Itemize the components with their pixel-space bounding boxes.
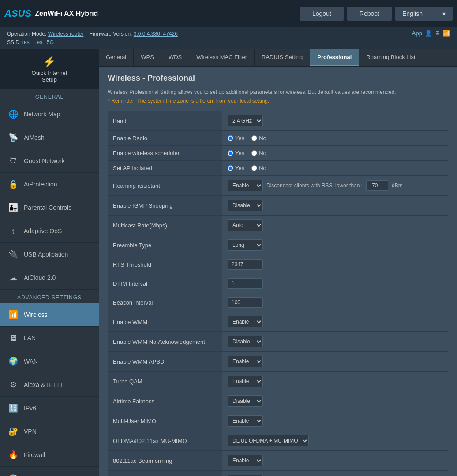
- input-dtim-interval[interactable]: [228, 278, 263, 289]
- setting-control-airtime-fairness: EnableDisable: [222, 391, 448, 411]
- network-map-label: Network Map: [24, 111, 60, 118]
- tab-professional[interactable]: Professional: [310, 49, 359, 66]
- tab-wps[interactable]: WPS: [134, 49, 161, 66]
- sidebar-item-usb-application[interactable]: 🔌 USB Application: [0, 243, 99, 266]
- ipv6-icon: 🔢: [7, 402, 19, 414]
- language-selector[interactable]: English ▾: [395, 7, 453, 21]
- sidebar-item-parental-controls[interactable]: 👨‍👧 Parental Controls: [0, 196, 99, 219]
- vpn-label: VPN: [24, 428, 37, 435]
- general-section-label: General: [0, 89, 99, 103]
- logo-area: ASUS ZenWiFi AX Hybrid: [4, 8, 98, 19]
- top-bar: ASUS ZenWiFi AX Hybrid Logout Reboot Eng…: [0, 0, 457, 27]
- sidebar-item-aiprotection[interactable]: 🔒 AiProtection: [0, 173, 99, 196]
- select-preamble-type[interactable]: LongShort: [228, 239, 263, 251]
- alexa-icon: ⚙: [7, 379, 19, 391]
- select-wmm-no-ack[interactable]: EnableDisable: [228, 336, 263, 347]
- setting-control-ofdma-mu-mimo: DL/UL OFDMA + MU-MIMODisable: [222, 431, 448, 451]
- setting-control-ap-isolated: YesNo: [222, 161, 448, 176]
- select-roaming-assistant[interactable]: EnableDisable: [228, 180, 263, 191]
- select-wmm-apsd[interactable]: EnableDisable: [228, 356, 263, 367]
- radio-ap-isolated-yes[interactable]: [228, 165, 233, 171]
- select-enable-wmm[interactable]: EnableDisable: [228, 316, 263, 327]
- setting-label-mu-mimo: Multi-User MIMO: [108, 411, 222, 431]
- tab-mac-filter[interactable]: Wireless MAC Filter: [189, 49, 255, 66]
- setting-row-wireless-scheduler: Enable wireless schedulerYesNo: [108, 146, 448, 161]
- input-beacon-interval[interactable]: [228, 297, 263, 308]
- setting-row-ap-isolated: Set AP IsolatedYesNo: [108, 161, 448, 176]
- setting-label-beacon-interval: Beacon Interval: [108, 293, 222, 312]
- setting-control-preamble-type: LongShort: [222, 235, 448, 255]
- setting-control-beacon-interval: [222, 293, 448, 312]
- page-content: Wireless - Professional Wireless Profess…: [99, 67, 457, 476]
- select-beamforming-ac[interactable]: EnableDisable: [228, 455, 263, 466]
- sidebar-item-adaptive-qos[interactable]: ↕ Adaptive QoS: [0, 219, 99, 243]
- tab-wds[interactable]: WDS: [161, 49, 189, 66]
- guest-network-icon: 🛡: [7, 155, 19, 167]
- sidebar-item-alexa[interactable]: ⚙ Alexa & IFTTT: [0, 373, 99, 397]
- operation-mode-label: Operation Mode:: [7, 31, 46, 37]
- select-airtime-fairness[interactable]: EnableDisable: [228, 395, 263, 407]
- sidebar-item-network-map[interactable]: 🌐 Network Map: [0, 103, 99, 126]
- operation-mode-value[interactable]: Wireless router: [48, 31, 84, 37]
- network-map-icon: 🌐: [7, 108, 19, 120]
- sidebar-general-items: 🌐 Network Map📡 AiMesh🛡 Guest Network🔒 Ai…: [0, 103, 99, 290]
- sidebar-item-ipv6[interactable]: 🔢 IPv6: [0, 397, 99, 420]
- select-turbo-qam[interactable]: EnableDisable: [228, 376, 263, 387]
- radio-wireless-scheduler-no[interactable]: [251, 150, 257, 156]
- person-icon: 👤: [425, 30, 432, 37]
- sidebar-item-aimesh[interactable]: 📡 AiMesh: [0, 126, 99, 149]
- select-ofdma-mu-mimo[interactable]: DL/UL OFDMA + MU-MIMODisable: [228, 435, 309, 446]
- sidebar-item-aicloud[interactable]: ☁ AiCloud 2.0: [0, 266, 99, 290]
- select-igmp-snooping[interactable]: EnableDisable: [228, 200, 263, 211]
- firmware-value[interactable]: 3.0.0.4.386_47426: [134, 31, 178, 37]
- setting-control-mu-mimo: EnableDisable: [222, 411, 448, 431]
- sidebar-item-guest-network[interactable]: 🛡 Guest Network: [0, 149, 99, 173]
- wan-label: WAN: [24, 358, 38, 365]
- sidebar-item-firewall[interactable]: 🔥 Firewall: [0, 443, 99, 467]
- firmware-label: Firmware Version:: [90, 31, 132, 37]
- reboot-button[interactable]: Reboot: [347, 7, 392, 21]
- radio-enable-radio-no[interactable]: [251, 135, 257, 141]
- setting-label-wireless-scheduler: Enable wireless scheduler: [108, 146, 222, 161]
- setting-control-universal-beamforming: EnableDisable: [222, 471, 448, 476]
- radio-enable-radio-yes[interactable]: [228, 135, 233, 141]
- radio-group-wireless-scheduler: YesNo: [228, 150, 443, 156]
- setting-label-roaming-assistant: Roaming assistant: [108, 176, 222, 196]
- setting-row-wmm-apsd: Enable WMM APSDEnableDisable: [108, 352, 448, 372]
- ipv6-label: IPv6: [24, 405, 36, 412]
- setting-control-wmm-apsd: EnableDisable: [222, 352, 448, 372]
- sidebar-item-lan[interactable]: 🖥 LAN: [0, 327, 99, 350]
- firewall-icon: 🔥: [7, 449, 19, 461]
- setting-row-airtime-fairness: Airtime FairnessEnableDisable: [108, 391, 448, 411]
- setting-row-enable-wmm: Enable WMMEnableDisable: [108, 312, 448, 332]
- tab-radius[interactable]: RADIUS Setting: [255, 49, 310, 66]
- ssid-5g[interactable]: test_5G: [35, 39, 54, 45]
- setting-label-universal-beamforming: Universal Beamforming: [108, 471, 222, 476]
- radio-wireless-scheduler-yes[interactable]: [228, 150, 233, 156]
- radio-group-enable-radio: YesNo: [228, 135, 443, 141]
- wireless-label: Wireless: [24, 311, 48, 318]
- quick-internet-setup[interactable]: ⚡ Quick InternetSetup: [0, 49, 99, 89]
- select-mu-mimo[interactable]: EnableDisable: [228, 415, 263, 427]
- logout-button[interactable]: Logout: [300, 7, 344, 21]
- rssi-input[interactable]: [366, 180, 388, 191]
- sidebar-item-wireless[interactable]: 📶 Wireless: [0, 303, 99, 327]
- reminder-text: * Reminder: The system time zone is diff…: [108, 98, 448, 104]
- wireless-icon: 📶: [7, 309, 19, 321]
- settings-table: Band2.4 GHz5 GHzEnable RadioYesNoEnable …: [108, 111, 448, 476]
- ssid-2g[interactable]: test: [22, 39, 31, 45]
- app-link[interactable]: App: [412, 30, 422, 37]
- roaming-row: EnableDisableDisconnect clients with RSS…: [228, 180, 443, 191]
- sidebar-item-vpn[interactable]: 🔐 VPN: [0, 420, 99, 443]
- tab-roaming[interactable]: Roaming Block List: [359, 49, 423, 66]
- radio-ap-isolated-no[interactable]: [251, 165, 257, 171]
- sidebar-item-wan[interactable]: 🌍 WAN: [0, 350, 99, 373]
- select-multicast-rate[interactable]: Auto125.511: [228, 219, 263, 231]
- select-band[interactable]: 2.4 GHz5 GHz: [228, 115, 263, 126]
- adaptive-qos-icon: ↕: [7, 225, 19, 237]
- tab-general[interactable]: General: [99, 49, 134, 66]
- dbm-label: dBm: [392, 182, 403, 189]
- input-rts-threshold[interactable]: [228, 259, 263, 270]
- sidebar-item-administration[interactable]: 📋 Administration: [0, 467, 99, 476]
- setting-label-enable-radio: Enable Radio: [108, 131, 222, 146]
